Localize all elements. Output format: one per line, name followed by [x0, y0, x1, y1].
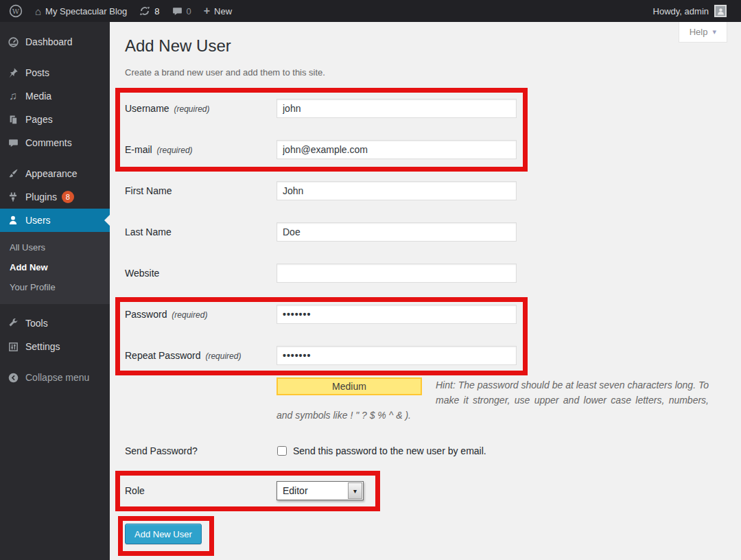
sidebar-item-dashboard[interactable]: Dashboard [0, 30, 110, 54]
sidebar-item-label: Tools [25, 318, 48, 329]
username-input[interactable] [277, 99, 517, 118]
sidebar-item-tools[interactable]: Tools [0, 312, 110, 335]
username-required-note: (required) [174, 104, 209, 114]
wrench-icon [6, 316, 20, 330]
password-label: Password (required) [125, 309, 277, 320]
collapse-arrow-icon [6, 371, 20, 384]
dashboard-icon [6, 35, 20, 49]
role-label: Role [125, 485, 277, 496]
repeat-password-row: Repeat Password (required) [125, 346, 741, 365]
plugins-update-badge: 8 [62, 191, 74, 203]
howdy-text: Howdy, admin [653, 6, 709, 16]
sidebar-item-pages[interactable]: Pages [0, 108, 110, 131]
main-content: Help ▾ Add New User Create a brand new u… [110, 22, 741, 560]
email-row: E-mail (required) [125, 140, 741, 159]
site-name: My Spectacular Blog [45, 6, 127, 16]
sidebar-item-comments[interactable]: Comments [0, 131, 110, 154]
sidebar-item-media[interactable]: ♫ Media [0, 84, 110, 108]
page-title: Add New User [125, 36, 741, 56]
sidebar-item-appearance[interactable]: Appearance [0, 162, 110, 185]
new-content-menu[interactable]: + New [198, 0, 238, 22]
email-input[interactable] [277, 140, 517, 159]
submenu-item-all-users[interactable]: All Users [0, 237, 110, 257]
password-required-note: (required) [172, 310, 207, 320]
account-menu[interactable]: Howdy, admin [647, 0, 733, 22]
website-input[interactable] [277, 264, 517, 283]
password-row: Password (required) [125, 305, 741, 324]
toolbar-right-group: Howdy, admin [647, 0, 733, 22]
first-name-input[interactable] [277, 181, 517, 200]
add-user-form: Username (required) E-mail (required) Fi… [125, 99, 741, 544]
help-button[interactable]: Help ▾ [679, 22, 727, 43]
email-required-note: (required) [157, 145, 193, 155]
last-name-input[interactable] [277, 222, 517, 242]
submenu-item-add-new[interactable]: Add New [0, 257, 110, 277]
website-label-text: Website [125, 268, 159, 279]
toolbar-left-group: W ⌂ My Spectacular Blog 8 0 + [3, 0, 238, 22]
send-password-label: Send Password? [125, 445, 277, 456]
send-password-checkbox-label: Send this password to the new user by em… [293, 445, 486, 456]
submit-area: Add New User [125, 524, 741, 544]
pages-icon [6, 113, 20, 126]
comment-bubble-icon [6, 136, 20, 150]
send-password-label-text: Send Password? [125, 445, 198, 456]
website-row: Website [125, 264, 741, 283]
role-select[interactable]: Editor ▾ [277, 481, 364, 500]
sidebar-item-settings[interactable]: Settings [0, 335, 110, 358]
sidebar-item-label: Posts [25, 67, 49, 78]
new-label: New [214, 6, 232, 16]
sidebar-item-label: Comments [25, 137, 72, 148]
admin-toolbar: W ⌂ My Spectacular Blog 8 0 + [0, 0, 741, 22]
first-name-row: First Name [125, 181, 741, 200]
wordpress-logo-menu[interactable]: W [3, 0, 29, 22]
last-name-row: Last Name [125, 222, 741, 242]
sidebar-item-label: Plugins [25, 191, 57, 202]
sidebar-item-posts[interactable]: Posts [0, 61, 110, 84]
update-icon [139, 5, 150, 16]
add-new-user-button[interactable]: Add New User [125, 524, 202, 544]
wordpress-logo-icon: W [9, 4, 23, 18]
last-name-label-text: Last Name [125, 226, 172, 237]
sidebar-item-users[interactable]: Users [0, 209, 110, 232]
comment-icon [172, 6, 183, 16]
media-icon: ♫ [6, 89, 20, 103]
svg-text:W: W [12, 8, 20, 15]
plus-icon: + [204, 5, 210, 16]
username-label: Username (required) [125, 103, 277, 114]
send-password-checkbox[interactable] [277, 446, 287, 456]
help-label: Help [690, 27, 708, 37]
website-label: Website [125, 268, 277, 279]
repeat-password-input[interactable] [277, 346, 517, 365]
comments-menu[interactable]: 0 [166, 0, 198, 22]
repeat-password-label-text: Repeat Password [125, 350, 201, 361]
send-password-row: Send Password? Send this password to the… [125, 445, 741, 456]
password-input[interactable] [277, 305, 517, 324]
sliders-icon [6, 340, 20, 353]
first-name-label: First Name [125, 185, 277, 196]
update-count: 8 [154, 6, 159, 16]
role-selected-value: Editor [277, 485, 348, 496]
avatar [714, 5, 727, 17]
sidebar-item-label: Users [25, 215, 51, 226]
site-menu[interactable]: ⌂ My Spectacular Blog [29, 0, 133, 22]
role-row: Role Editor ▾ [125, 481, 741, 500]
sidebar-item-label: Settings [25, 341, 60, 352]
password-strength-meter: Medium [277, 377, 422, 395]
email-label-text: E-mail [125, 144, 152, 155]
comment-count: 0 [187, 6, 191, 16]
select-arrow-button: ▾ [348, 482, 362, 499]
sidebar-item-label: Collapse menu [25, 372, 89, 383]
submenu-item-your-profile[interactable]: Your Profile [0, 277, 110, 297]
last-name-label: Last Name [125, 226, 277, 237]
sidebar-item-label: Appearance [25, 168, 78, 179]
sidebar-item-collapse-menu[interactable]: Collapse menu [0, 366, 110, 389]
user-icon [6, 213, 20, 227]
username-row: Username (required) [125, 99, 741, 118]
sidebar-item-label: Dashboard [25, 36, 73, 47]
paintbrush-icon [6, 167, 20, 180]
password-strength-area: Medium Hint: The password should be at l… [277, 377, 709, 423]
updates-menu[interactable]: 8 [133, 0, 165, 22]
pushpin-icon [6, 66, 20, 80]
sidebar-item-label: Pages [25, 114, 53, 125]
sidebar-item-plugins[interactable]: Plugins 8 [0, 185, 110, 209]
